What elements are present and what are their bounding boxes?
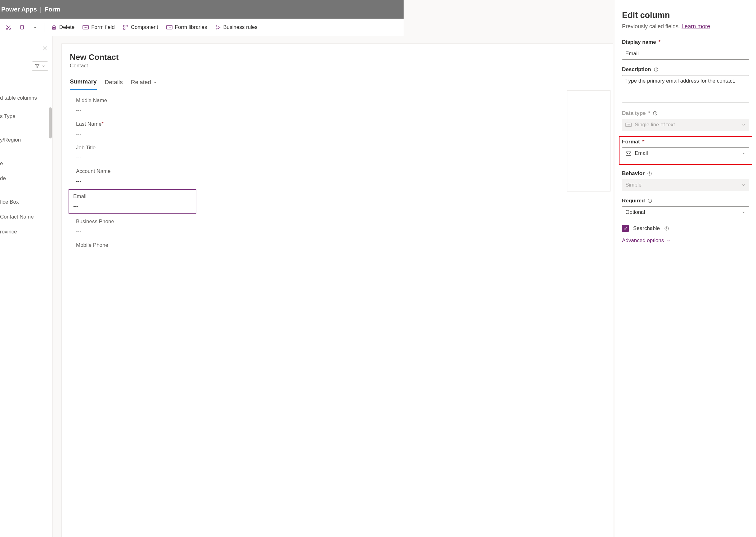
tab-label: Details [105, 79, 123, 86]
component-icon [123, 24, 129, 30]
field-label: Job Title [76, 145, 403, 151]
tab-details[interactable]: Details [105, 78, 123, 90]
field-label: Mobile Phone [76, 242, 403, 248]
form-body: Middle Name --- Last Name* --- Job Title… [62, 90, 403, 263]
cut-icon [6, 24, 11, 30]
form-libraries-label: Form libraries [175, 24, 207, 30]
business-rules-label: Business rules [223, 24, 258, 30]
svg-rect-9 [126, 25, 128, 27]
field-label: Business Phone [76, 219, 403, 225]
form-field-label: Form field [91, 24, 115, 30]
scrollbar-thumb[interactable] [49, 107, 52, 139]
scrollbar[interactable] [49, 107, 52, 289]
list-item[interactable] [0, 147, 53, 156]
svg-marker-18 [35, 64, 39, 68]
close-icon [42, 45, 48, 52]
list-item[interactable] [0, 124, 53, 133]
app-name: Power Apps [1, 6, 37, 13]
abc-icon: Abc [83, 25, 89, 30]
app-header: Power Apps | Form [0, 0, 403, 19]
list-item[interactable]: y/Region [0, 133, 53, 147]
paste-button[interactable] [16, 23, 28, 32]
form-libraries-button[interactable]: JS Form libraries [163, 22, 210, 32]
field-value: --- [76, 107, 403, 114]
component-button[interactable]: Component [120, 22, 161, 32]
field-label: Last Name* [76, 121, 403, 127]
field-value: --- [76, 131, 403, 137]
cut-button[interactable] [3, 23, 14, 32]
svg-rect-8 [124, 25, 125, 27]
svg-text:Abc: Abc [84, 26, 88, 29]
field-label: Email [73, 193, 192, 200]
field-value: --- [76, 228, 403, 235]
component-label: Component [131, 24, 158, 30]
columns-list: s Type y/Region e de fice Box Contact Na… [0, 109, 53, 239]
tab-related[interactable]: Related [131, 78, 158, 90]
form-subtitle: Contact [62, 63, 403, 74]
flow-icon [215, 24, 221, 30]
chevron-down-icon [33, 25, 37, 29]
filter-icon [35, 63, 40, 68]
tab-label: Summary [70, 78, 97, 85]
columns-heading: d table columns [0, 95, 49, 101]
toolbar: Delete Abc Form field Component JS Form … [0, 19, 403, 36]
svg-point-14 [216, 28, 217, 29]
list-item[interactable]: e [0, 156, 53, 171]
filter-button[interactable] [32, 62, 48, 71]
tab-label: Related [131, 79, 151, 86]
svg-text:JS: JS [168, 26, 170, 29]
list-item[interactable]: rovince [0, 225, 53, 239]
field-label: Middle Name [76, 98, 403, 104]
field-middle-name[interactable]: Middle Name --- [76, 95, 403, 116]
chevron-down-icon [42, 64, 45, 68]
svg-point-13 [216, 25, 217, 26]
chevron-down-icon [153, 80, 157, 84]
svg-rect-10 [124, 28, 125, 29]
field-job-title[interactable]: Job Title --- [76, 142, 403, 163]
js-icon: JS [166, 25, 172, 30]
business-rules-button[interactable]: Business rules [212, 22, 261, 32]
app-context: Form [45, 6, 60, 13]
delete-button[interactable]: Delete [48, 22, 78, 32]
list-item[interactable]: fice Box [0, 195, 53, 210]
trash-icon [51, 24, 57, 30]
list-item[interactable] [0, 186, 53, 195]
field-label: Account Name [76, 168, 403, 175]
delete-label: Delete [59, 24, 74, 30]
field-value: --- [76, 154, 403, 161]
form-canvas: New Contact Contact Summary Details Rela… [61, 43, 403, 289]
field-value: --- [73, 203, 192, 210]
form-tabs: Summary Details Related [62, 74, 403, 90]
list-item[interactable]: de [0, 171, 53, 186]
header-separator: | [40, 6, 42, 13]
list-item[interactable]: s Type [0, 109, 53, 124]
field-business-phone[interactable]: Business Phone --- [76, 216, 403, 237]
tab-summary[interactable]: Summary [70, 78, 97, 90]
paste-chevron[interactable] [30, 23, 40, 31]
field-value: --- [76, 178, 403, 185]
toolbar-divider [44, 23, 44, 32]
form-title: New Contact [62, 44, 403, 63]
form-field-button[interactable]: Abc Form field [79, 22, 118, 32]
columns-panel: d table columns s Type y/Region e de fic… [0, 36, 53, 289]
field-mobile-phone[interactable]: Mobile Phone [76, 240, 403, 255]
field-account-name[interactable]: Account Name --- [76, 166, 403, 187]
list-item[interactable]: Contact Name [0, 210, 53, 225]
field-last-name[interactable]: Last Name* --- [76, 119, 403, 140]
close-panel-button[interactable] [42, 45, 48, 52]
clipboard-icon [19, 24, 25, 30]
field-email[interactable]: Email --- [68, 189, 196, 214]
